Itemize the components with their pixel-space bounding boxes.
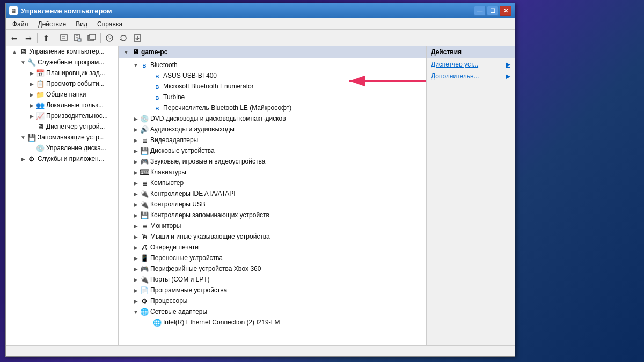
menu-view[interactable]: Вид (71, 19, 92, 29)
up-button[interactable]: ⬆ (40, 32, 53, 45)
expand-ide[interactable]: ▶ (131, 189, 140, 198)
expand-ports[interactable]: ▶ (131, 275, 140, 284)
tree-node-diskmgr[interactable]: 💿 Управление диска... (6, 143, 118, 153)
label-root: Управление компьютер... (29, 48, 105, 55)
content-node-dvd[interactable]: ▶ 💿 DVD-дисководы и дисководы компакт-ди… (119, 113, 426, 124)
expand-root[interactable]: ▲ (10, 47, 19, 56)
label-storage: Запоминающие устр... (38, 134, 105, 141)
content-node-sound[interactable]: ▶ 🎮 Звуковые, игровые и видеоустройства (119, 156, 426, 167)
content-node-portable[interactable]: ▶ 📱 Переносные устройства (119, 253, 426, 263)
content-node-print[interactable]: ▶ 🖨 Очереди печати (119, 242, 426, 253)
expand-software[interactable]: ▶ (131, 286, 140, 294)
properties-button[interactable] (71, 32, 84, 45)
icon-dvd: 💿 (140, 114, 149, 123)
main-area: ▲ 🖥 Управление компьютер... ▼ 🔧 Служебны… (6, 46, 515, 345)
icon-bluetooth: ʙ (140, 61, 149, 69)
content-node-audio[interactable]: ▶ 🔊 Аудиовходы и аудиовыходы (119, 124, 426, 135)
expand-video[interactable]: ▶ (131, 136, 140, 144)
window-title: Управление компьютером (21, 7, 112, 15)
icon-intel-eth: 🌐 (153, 318, 162, 327)
menu-action[interactable]: Действие (34, 19, 71, 29)
expand-disk[interactable]: ▶ (131, 146, 140, 155)
status-bar (6, 345, 515, 356)
expand-folders[interactable]: ▶ (27, 90, 36, 99)
refresh-button[interactable] (117, 32, 130, 45)
tree-node-devmgr[interactable]: 🖥 Диспетчер устрой... (6, 121, 118, 132)
label-monitors: Мониторы (150, 222, 181, 230)
content-node-usb[interactable]: ▶ 🔌 Контроллеры USB (119, 199, 426, 210)
tree-node-storage[interactable]: ▼ 💾 Запоминающие устр... (6, 132, 118, 143)
expand-computer[interactable]: ▶ (131, 179, 140, 187)
label-bluetooth: Bluetooth (150, 61, 178, 69)
label-storage-ctrl: Контроллеры запоминающих устройств (150, 211, 269, 219)
back-button[interactable]: ⬅ (8, 32, 21, 45)
content-node-software[interactable]: ▶ 📄 Программные устройства (119, 285, 426, 295)
expand-mice[interactable]: ▶ (131, 232, 140, 241)
expand-services[interactable]: ▼ (19, 58, 27, 67)
expand-print[interactable]: ▶ (131, 243, 140, 252)
tree-node-services[interactable]: ▼ 🔧 Служебные програм... (6, 57, 118, 68)
expand-storage[interactable]: ▼ (19, 133, 27, 142)
tree-node-root[interactable]: ▲ 🖥 Управление компьютер... (6, 46, 118, 57)
tree-node-perf[interactable]: ▶ 📈 Производительнос... (6, 110, 118, 121)
content-node-ide[interactable]: ▶ 🔌 Контроллеры IDE ATA/ATAPI (119, 188, 426, 199)
menu-help[interactable]: Справка (93, 19, 127, 29)
expand-svcapp[interactable]: ▶ (19, 154, 27, 163)
tree-node-svcapp[interactable]: ▶ ⚙ Службы и приложен... (6, 153, 118, 164)
content-expand[interactable]: ▼ (122, 48, 130, 56)
content-node-bluetooth[interactable]: ▼ ʙ Bluetooth (119, 60, 426, 70)
expand-monitors[interactable]: ▶ (131, 221, 140, 230)
content-node-storage-ctrl[interactable]: ▶ 💾 Контроллеры запоминающих устройств (119, 210, 426, 220)
content-node-computer[interactable]: ▶ 🖥 Компьютер (119, 178, 426, 188)
content-node-mice[interactable]: ▶ 🖱 Мыши и иные указывающие устройства (119, 231, 426, 242)
content-node-ports[interactable]: ▶ 🔌 Порты (COM и LPT) (119, 274, 426, 285)
expand-cpu[interactable]: ▶ (131, 297, 140, 305)
content-node-xbox[interactable]: ▶ 🎮 Периферийные устройства Xbox 360 (119, 263, 426, 274)
menu-file[interactable]: Файл (8, 19, 33, 29)
expand-xbox[interactable]: ▶ (131, 264, 140, 273)
label-perf: Производительнос... (46, 112, 108, 120)
maximize-button[interactable]: ☐ (487, 6, 499, 16)
content-node-asus-bt[interactable]: ʙ ASUS USB-BT400 (119, 70, 426, 81)
close-button[interactable]: ✕ (500, 6, 511, 16)
actions-item-more[interactable]: Дополнительн... ▶ (427, 70, 515, 82)
expand-network[interactable]: ▼ (131, 307, 140, 316)
tree-node-events[interactable]: ▶ 📋 Просмотр событи... (6, 78, 118, 89)
export-button[interactable] (131, 32, 144, 45)
content-node-network[interactable]: ▼ 🌐 Сетевые адаптеры (119, 306, 426, 317)
content-node-monitors[interactable]: ▶ 🖥 Мониторы (119, 220, 426, 231)
content-node-intel-eth[interactable]: 🌐 Intel(R) Ethernet Connection (2) I219-… (119, 317, 426, 328)
expand-audio[interactable]: ▶ (131, 125, 140, 134)
tree-node-scheduler[interactable]: ▶ 📅 Планировщик зад... (6, 68, 118, 78)
content-node-turbine[interactable]: ʙ Turbine (119, 92, 426, 102)
expand-bt[interactable]: ▼ (131, 61, 140, 69)
expand-usb[interactable]: ▶ (131, 200, 140, 209)
tree-node-folders[interactable]: ▶ 📁 Общие папки (6, 89, 118, 100)
expand-portable[interactable]: ▶ (131, 254, 140, 262)
content-node-video[interactable]: ▶ 🖥 Видеоадаптеры (119, 135, 426, 145)
expand-events[interactable]: ▶ (27, 79, 36, 88)
content-node-disk[interactable]: ▶ 💾 Дисковые устройства (119, 145, 426, 156)
expand-sound[interactable]: ▶ (131, 157, 140, 166)
minimize-button[interactable]: — (474, 6, 486, 16)
expand-storage-ctrl[interactable]: ▶ (131, 211, 140, 219)
show-hide-button[interactable] (57, 32, 70, 45)
icon-ports: 🔌 (140, 275, 149, 284)
expand-dvd[interactable]: ▶ (131, 114, 140, 123)
forward-button[interactable]: ➡ (22, 32, 35, 45)
actions-item-devmgr[interactable]: Диспетчер уст... ▶ (427, 58, 515, 70)
content-node-bt-le[interactable]: ʙ Перечислитель Bluetooth LE (Майкрософт… (119, 102, 426, 113)
label-sound: Звуковые, игровые и видеоустройства (150, 158, 265, 165)
expand-users[interactable]: ▶ (27, 101, 36, 109)
new-window-button[interactable] (85, 32, 98, 45)
expand-perf[interactable]: ▶ (27, 112, 36, 120)
content-node-cpu[interactable]: ▶ ⚙ Процессоры (119, 295, 426, 306)
tree-node-users[interactable]: ▶ 👥 Локальные польз... (6, 100, 118, 110)
expand-scheduler[interactable]: ▶ (27, 69, 36, 77)
content-node-ms-bt[interactable]: ʙ Microsoft Bluetooth Enumerator (119, 81, 426, 92)
icon-perf: 📈 (36, 112, 45, 120)
icon-services: 🔧 (27, 58, 36, 67)
label-folders: Общие папки (46, 91, 86, 98)
help-button[interactable]: ? (103, 32, 116, 45)
content-node-keyboard[interactable]: ▶ ⌨ Клавиатуры (119, 167, 426, 178)
